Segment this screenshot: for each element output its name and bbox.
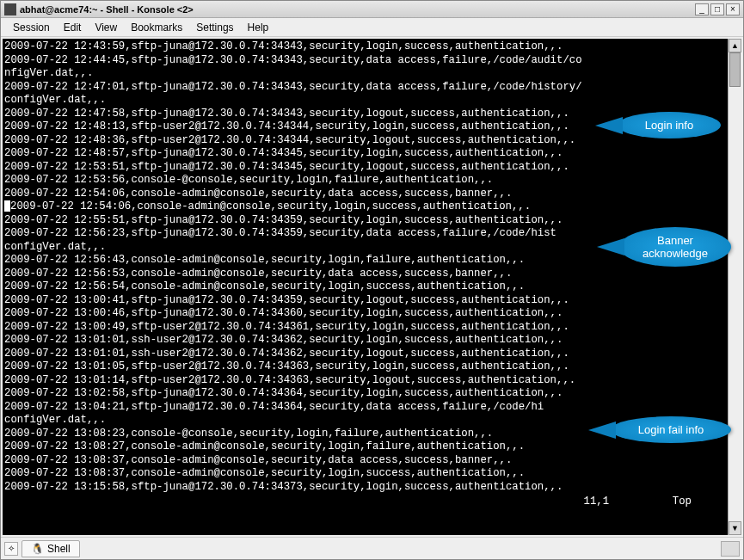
menubar: Session Edit View Bookmarks Settings Hel… [1,18,743,37]
close-button[interactable]: × [726,3,740,15]
minimize-button[interactable]: _ [695,3,709,15]
scroll-up-button[interactable]: ▲ [729,39,741,52]
scroll-thumb[interactable] [729,52,741,87]
activity-icon[interactable] [721,541,740,557]
app-icon [4,3,16,15]
titlebar[interactable]: abhat@acme74:~ - Shell - Konsole <2> _ □… [1,1,743,18]
scroll-down-button[interactable]: ▼ [729,521,741,535]
tab-shell[interactable]: 🐧 Shell [22,540,80,557]
window-title: abhat@acme74:~ - Shell - Konsole <2> [20,4,693,15]
new-tab-icon[interactable]: ✧ [4,542,18,556]
menu-session[interactable]: Session [6,20,57,35]
terminal[interactable]: 2009-07-22 12:43:59,sftp-juna@172.30.0.7… [3,39,728,535]
menu-help[interactable]: Help [241,20,276,35]
menu-bookmarks[interactable]: Bookmarks [124,20,189,35]
menu-settings[interactable]: Settings [189,20,240,35]
tab-label: Shell [47,543,71,555]
menu-edit[interactable]: Edit [57,20,89,35]
terminal-container: 2009-07-22 12:43:59,sftp-juna@172.30.0.7… [1,37,743,537]
penguin-icon: 🐧 [31,543,44,555]
maximize-button[interactable]: □ [710,3,724,15]
statusbar: ✧ 🐧 Shell [1,537,743,559]
scrollbar[interactable]: ▲ ▼ [728,39,741,535]
konsole-window: abhat@acme74:~ - Shell - Konsole <2> _ □… [0,0,744,560]
menu-view[interactable]: View [88,20,124,35]
